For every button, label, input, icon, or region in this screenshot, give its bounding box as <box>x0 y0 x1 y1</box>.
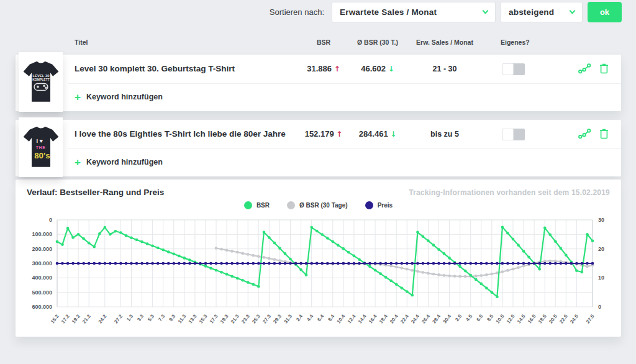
svg-text:26.4: 26.4 <box>420 313 431 324</box>
tshirt-80s-image: I ♥ THE 80's <box>22 124 60 170</box>
sales-estimate-value: 21 - 30 <box>415 55 475 83</box>
chart-title: Verlauf: Bestseller-Rang und Preis <box>27 188 164 197</box>
svg-text:14.4: 14.4 <box>357 313 368 324</box>
column-header-eigenes: Eigenes? <box>501 39 538 46</box>
svg-text:18.4: 18.4 <box>378 313 389 324</box>
history-chart: 15.217.219.221.224.227.21.33.35.37.39.31… <box>23 212 619 332</box>
svg-text:16.4: 16.4 <box>368 313 378 324</box>
sort-field-value: Erwartete Sales / Monat <box>340 7 437 17</box>
tshirt-level30-image: LEVEL 30 KOMPLETT <box>22 59 60 105</box>
svg-text:200.000: 200.000 <box>32 246 52 252</box>
trend-up-icon: ↑ <box>334 65 340 73</box>
sales-estimate-value: bis zu 5 <box>415 120 475 148</box>
product-row: I love the 80s Eighties T-Shirt Ich lieb… <box>16 120 621 176</box>
trash-icon[interactable] <box>599 63 609 74</box>
svg-text:19.3: 19.3 <box>219 313 230 324</box>
legend-dot-avg-bsr <box>287 201 295 209</box>
svg-text:27.2: 27.2 <box>113 313 124 324</box>
column-header-bsr: BSR <box>298 39 349 46</box>
svg-text:4.5: 4.5 <box>465 313 473 322</box>
svg-text:12.4: 12.4 <box>347 313 357 324</box>
plus-icon: + <box>75 157 81 168</box>
bsr-value: 31.886 ↑ <box>298 55 349 83</box>
own-toggle[interactable] <box>502 129 525 140</box>
svg-text:15.2: 15.2 <box>50 313 60 324</box>
svg-text:10.4: 10.4 <box>336 313 347 324</box>
svg-text:15.3: 15.3 <box>198 313 209 324</box>
toggle-knob <box>502 129 514 140</box>
svg-text:600.000: 600.000 <box>32 304 52 310</box>
svg-text:11.3: 11.3 <box>177 313 188 324</box>
svg-text:27.3: 27.3 <box>261 313 272 324</box>
svg-text:KOMPLETT: KOMPLETT <box>32 78 50 81</box>
svg-text:31.3: 31.3 <box>283 313 293 324</box>
add-keyword-button[interactable]: + Keyword hinzufügen <box>75 148 163 176</box>
svg-text:17.3: 17.3 <box>209 313 219 324</box>
avg-bsr-value: 284.461 ↓ <box>348 120 407 148</box>
svg-text:21.3: 21.3 <box>230 313 240 324</box>
svg-text:12.5: 12.5 <box>506 313 516 324</box>
sort-bar: Sortieren nach: Erwartete Sales / Monat … <box>270 2 622 22</box>
product-thumbnail: LEVEL 30 KOMPLETT <box>19 52 63 112</box>
svg-text:17.2: 17.2 <box>60 313 71 324</box>
avg-bsr-value: 46.602 ↓ <box>348 55 407 83</box>
svg-text:19.2: 19.2 <box>71 313 81 324</box>
svg-text:30: 30 <box>598 217 604 223</box>
svg-text:20.5: 20.5 <box>548 313 558 324</box>
svg-text:2.5: 2.5 <box>454 313 463 322</box>
column-header-titel: Titel <box>75 39 88 46</box>
svg-text:0: 0 <box>598 304 601 310</box>
own-toggle[interactable] <box>502 63 525 75</box>
product-thumbnail: I ♥ THE 80's <box>19 117 63 177</box>
svg-text:6.5: 6.5 <box>475 313 484 322</box>
svg-text:30.4: 30.4 <box>442 313 452 324</box>
chevron-down-icon <box>570 8 576 14</box>
legend-dot-bsr <box>244 201 252 209</box>
table-header: Titel BSR Ø BSR (30 T.) Erw. Sales / Mon… <box>0 39 636 48</box>
svg-text:25.3: 25.3 <box>251 313 261 324</box>
svg-text:500.000: 500.000 <box>32 289 52 296</box>
svg-text:8.5: 8.5 <box>486 313 494 322</box>
ok-button[interactable]: ok <box>588 2 622 22</box>
sort-field-select[interactable]: Erwartete Sales / Monat <box>332 2 496 22</box>
svg-text:21.2: 21.2 <box>81 313 92 324</box>
bsr-value: 152.179 ↑ <box>298 120 349 148</box>
svg-text:23.3: 23.3 <box>240 313 251 324</box>
svg-text:24.2: 24.2 <box>98 313 108 324</box>
chart-icon[interactable] <box>578 63 591 74</box>
svg-text:9.3: 9.3 <box>168 313 176 322</box>
svg-text:10: 10 <box>598 275 604 281</box>
svg-text:3.3: 3.3 <box>136 313 145 322</box>
svg-text:I ♥: I ♥ <box>36 138 43 144</box>
legend-item-bsr: BSR <box>244 201 270 209</box>
trash-icon[interactable] <box>599 128 609 139</box>
svg-text:10.5: 10.5 <box>495 313 506 324</box>
svg-text:28.4: 28.4 <box>431 313 442 324</box>
svg-text:16.5: 16.5 <box>527 313 537 324</box>
column-header-sales: Erw. Sales / Monat <box>415 39 475 46</box>
svg-text:27.5: 27.5 <box>585 313 596 324</box>
sort-direction-value: absteigend <box>509 7 554 17</box>
sort-direction-select[interactable]: absteigend <box>501 2 583 22</box>
svg-text:13.3: 13.3 <box>188 313 198 324</box>
sort-label: Sortieren nach: <box>270 7 324 17</box>
svg-text:0: 0 <box>49 217 52 223</box>
toggle-knob <box>502 63 514 75</box>
chart-icon[interactable] <box>578 129 591 139</box>
svg-text:2.4: 2.4 <box>295 313 304 322</box>
history-chart-card: Verlauf: Bestseller-Rang und Preis Track… <box>16 180 621 337</box>
svg-text:20.4: 20.4 <box>389 313 399 324</box>
svg-text:22.5: 22.5 <box>558 313 569 324</box>
svg-text:7.3: 7.3 <box>157 313 166 322</box>
svg-text:20: 20 <box>598 246 604 252</box>
svg-text:LEVEL 30: LEVEL 30 <box>32 74 49 78</box>
tracking-info: Tracking-Informationen vorhanden seit de… <box>409 188 610 197</box>
svg-text:14.5: 14.5 <box>516 313 527 324</box>
svg-text:18.5: 18.5 <box>537 313 548 324</box>
svg-text:1.3: 1.3 <box>125 313 134 322</box>
legend-item-preis: Preis <box>365 201 393 209</box>
add-keyword-button[interactable]: + Keyword hinzufügen <box>75 83 163 111</box>
svg-text:24.5: 24.5 <box>569 313 579 324</box>
svg-text:6.4: 6.4 <box>316 313 325 322</box>
svg-text:4.4: 4.4 <box>306 313 314 322</box>
